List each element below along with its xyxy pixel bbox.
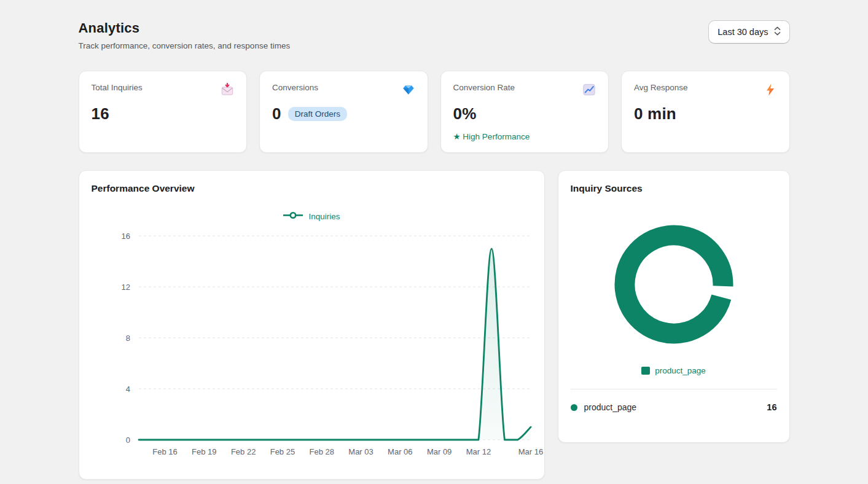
analytics-page: Analytics Track performance, conversion …	[79, 0, 790, 480]
sources-divider	[571, 389, 777, 389]
stat-label: Conversions	[272, 83, 318, 92]
source-dot-icon	[571, 404, 577, 411]
sources-panel-title: Inquiry Sources	[571, 183, 777, 194]
stat-card-conversion-rate: Conversion Rate 0% ★ High Performance	[440, 71, 609, 153]
performance-panel-title: Performance Overview	[92, 183, 532, 194]
legend-square-swatch	[641, 367, 650, 375]
select-updown-icon	[774, 26, 781, 37]
stat-value: 16	[92, 104, 109, 123]
page-title: Analytics	[79, 20, 291, 36]
svg-text:4: 4	[125, 384, 130, 394]
draft-orders-badge: Draft Orders	[288, 107, 347, 121]
svg-text:16: 16	[121, 232, 130, 241]
svg-text:Feb 22: Feb 22	[230, 447, 255, 456]
source-row-product-page: product_page 16	[571, 402, 777, 412]
stat-value: 0 min	[634, 104, 676, 123]
svg-text:Feb 28: Feb 28	[309, 447, 334, 456]
donut-segment-product-page	[614, 224, 734, 345]
svg-text:0: 0	[125, 435, 130, 445]
stat-label: Conversion Rate	[453, 83, 515, 92]
gem-icon	[402, 83, 415, 96]
product-page-legend-label: product_page	[655, 366, 706, 375]
inquiries-legend-label: Inquiries	[308, 212, 340, 221]
page-subtitle: Track performance, conversion rates, and…	[79, 41, 291, 50]
lightning-icon	[764, 83, 777, 96]
date-range-value: Last 30 days	[717, 27, 768, 37]
chart-increasing-icon	[582, 83, 596, 96]
svg-text:Mar 03: Mar 03	[348, 447, 373, 456]
svg-text:12: 12	[121, 283, 130, 292]
svg-text:Feb 16: Feb 16	[152, 447, 177, 456]
svg-text:Feb 19: Feb 19	[192, 447, 216, 456]
stat-card-conversions: Conversions 0 Draft Orders	[259, 71, 428, 153]
performance-line-chart: 0481216Feb 16Feb 19Feb 22Feb 25Feb 28Mar…	[92, 225, 533, 470]
source-label: product_page	[584, 402, 637, 412]
svg-text:Mar 06: Mar 06	[388, 447, 412, 456]
svg-text:Mar 16: Mar 16	[518, 447, 542, 456]
inquiry-sources-panel: Inquiry Sources product_page product_pag…	[558, 170, 790, 443]
source-value: 16	[767, 402, 776, 412]
performance-overview-panel: Performance Overview Inquiries 0481216Fe…	[79, 170, 545, 480]
product-page-legend-item[interactable]: product_page	[571, 366, 777, 375]
stat-card-total-inquiries: Total Inquiries 16	[79, 71, 248, 153]
stats-row: Total Inquiries 16 Conversions	[79, 71, 790, 153]
stat-value: 0%	[453, 104, 477, 123]
main-content: Performance Overview Inquiries 0481216Fe…	[79, 170, 790, 480]
svg-text:Mar 09: Mar 09	[426, 447, 451, 456]
line-point-legend-icon	[283, 211, 303, 222]
svg-text:Feb 25: Feb 25	[270, 447, 294, 456]
stat-label: Avg Response	[634, 83, 688, 92]
inquiries-legend-item[interactable]: Inquiries	[92, 211, 532, 222]
stat-value: 0	[272, 104, 281, 123]
page-header-text: Analytics Track performance, conversion …	[79, 20, 291, 50]
svg-text:8: 8	[125, 334, 130, 343]
date-range-select[interactable]: Last 30 days	[708, 20, 789, 44]
stat-card-avg-response: Avg Response 0 min	[621, 71, 790, 153]
stat-label: Total Inquiries	[92, 83, 143, 92]
page-header: Analytics Track performance, conversion …	[79, 20, 790, 50]
inquiry-sources-donut-chart	[609, 220, 738, 349]
svg-text:Mar 12: Mar 12	[466, 447, 490, 456]
high-performance-note: ★ High Performance	[453, 131, 596, 141]
envelope-arrow-icon	[221, 83, 234, 96]
